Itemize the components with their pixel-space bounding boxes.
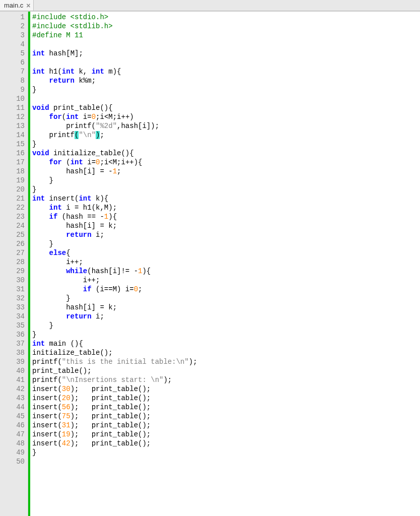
token: 56 — [62, 403, 71, 411]
code-line[interactable]: for(int i=0;i<M;i++) — [32, 112, 197, 121]
token: } — [32, 448, 36, 457]
token: hash[i] = k; — [32, 303, 117, 311]
token — [32, 249, 49, 257]
code-line[interactable]: } — [32, 85, 197, 94]
code-line[interactable]: printf("\n"); — [32, 131, 197, 140]
code-line[interactable]: hash[i] = k; — [32, 303, 197, 312]
code-line[interactable]: printf("this is the initial table:\n"); — [32, 357, 197, 366]
code-line[interactable]: print_table(); — [32, 366, 197, 375]
code-line[interactable]: printf("\nInsertions start: \n"); — [32, 375, 197, 384]
code-line[interactable]: insert(20); print_table(); — [32, 394, 197, 403]
code-line[interactable]: hash[i] = -1; — [32, 167, 197, 176]
code-line[interactable]: } — [32, 321, 197, 330]
code-line[interactable]: return i; — [32, 312, 197, 321]
code-line[interactable]: void print_table(){ — [32, 103, 197, 112]
line-number: 35 — [5, 321, 25, 330]
token: return — [49, 77, 75, 85]
line-number: 32 — [5, 294, 25, 303]
token: printf — [32, 131, 75, 139]
code-line[interactable]: insert(19); print_table(); — [32, 430, 197, 439]
code-line[interactable]: } — [32, 140, 197, 149]
code-line[interactable]: int h1(int k, int m){ — [32, 67, 197, 76]
code-line[interactable] — [32, 58, 197, 67]
code-line[interactable]: insert(31); print_table(); — [32, 421, 197, 430]
token: { — [66, 249, 70, 257]
token: insert( — [32, 412, 62, 420]
code-line[interactable]: insert(75); print_table(); — [32, 412, 197, 421]
token: int — [71, 158, 83, 166]
code-line[interactable]: if (i==M) i=0; — [32, 285, 197, 294]
token: for — [49, 158, 62, 166]
token — [32, 231, 66, 239]
code-line[interactable]: #include <stdio.h> — [32, 13, 197, 22]
code-line[interactable] — [32, 457, 197, 466]
code-line[interactable]: return k%m; — [32, 76, 197, 85]
code-line[interactable]: while(hash[i]!= -1){ — [32, 267, 197, 276]
code-line[interactable]: } — [32, 185, 197, 194]
line-number: 1 — [5, 13, 25, 22]
token: void — [32, 104, 49, 112]
token: hash[M]; — [45, 49, 83, 57]
line-number: 16 — [5, 149, 25, 158]
code-line[interactable]: } — [32, 330, 197, 339]
token: } — [32, 294, 71, 302]
line-number: 28 — [5, 257, 25, 267]
token: printf( — [32, 358, 62, 366]
code-line[interactable] — [32, 94, 197, 103]
line-number: 39 — [5, 357, 25, 366]
line-number: 41 — [5, 375, 25, 384]
file-tab[interactable]: main.c × — [0, 0, 34, 11]
token — [32, 113, 49, 121]
line-number: 3 — [5, 31, 25, 40]
token: 20 — [62, 394, 71, 402]
code-line[interactable]: i++; — [32, 257, 197, 267]
line-number: 7 — [5, 67, 25, 76]
line-number: 47 — [5, 430, 25, 439]
code-line[interactable] — [32, 40, 197, 49]
token: ;i<M;i++) — [96, 113, 134, 121]
code-line[interactable]: insert(42); print_table(); — [32, 439, 197, 448]
code-line[interactable]: int hash[M]; — [32, 49, 197, 58]
line-number: 49 — [5, 448, 25, 457]
token: "\nInsertions start: \n" — [62, 376, 164, 384]
token: 19 — [62, 430, 71, 438]
token: ); — [189, 358, 197, 366]
token: ); print_table(); — [71, 394, 151, 402]
code-line[interactable]: insert(56); print_table(); — [32, 403, 197, 412]
line-number: 48 — [5, 439, 25, 448]
code-line[interactable]: } — [32, 176, 197, 185]
code-line[interactable]: return i; — [32, 230, 197, 239]
code-line[interactable]: } — [32, 448, 197, 457]
code-line[interactable]: #define M 11 — [32, 31, 197, 40]
code-line[interactable]: int insert(int k){ — [32, 194, 197, 203]
code-line[interactable]: insert(30); print_table(); — [32, 384, 197, 394]
line-number: 24 — [5, 221, 25, 230]
code-line[interactable]: initialize_table(); — [32, 348, 197, 357]
line-number: 6 — [5, 58, 25, 67]
token: (hash[i]!= - — [87, 267, 138, 275]
token: ( — [62, 113, 66, 121]
code-line[interactable]: else{ — [32, 248, 197, 257]
code-line[interactable]: int i = h1(k,M); — [32, 203, 197, 212]
code-line[interactable]: printf("%2d",hash[i]); — [32, 121, 197, 131]
code-line[interactable]: hash[i] = k; — [32, 221, 197, 230]
code-line[interactable]: } — [32, 239, 197, 248]
token: main (){ — [45, 340, 83, 348]
code-line[interactable]: #include <stdlib.h> — [32, 22, 197, 31]
code-line[interactable]: for (int i=0;i<M;i++){ — [32, 158, 197, 167]
token: insert( — [32, 394, 62, 402]
token: ){ — [108, 213, 117, 221]
code-line[interactable]: if (hash == -1){ — [32, 212, 197, 221]
code-line[interactable]: void initialize_table(){ — [32, 149, 197, 158]
close-icon[interactable]: × — [26, 2, 30, 9]
token: initialize_table(); — [32, 349, 113, 357]
code-area[interactable]: #include <stdio.h>#include <stdlib.h>#de… — [30, 12, 199, 516]
line-number: 12 — [5, 112, 25, 121]
code-line[interactable]: } — [32, 294, 197, 303]
token: if — [83, 285, 92, 293]
code-line[interactable]: int main (){ — [32, 339, 197, 348]
code-editor[interactable]: 1234567891011121314151617181920212223242… — [0, 11, 420, 516]
token: ); print_table(); — [71, 439, 151, 447]
token — [32, 213, 49, 221]
code-line[interactable]: i++; — [32, 276, 197, 285]
